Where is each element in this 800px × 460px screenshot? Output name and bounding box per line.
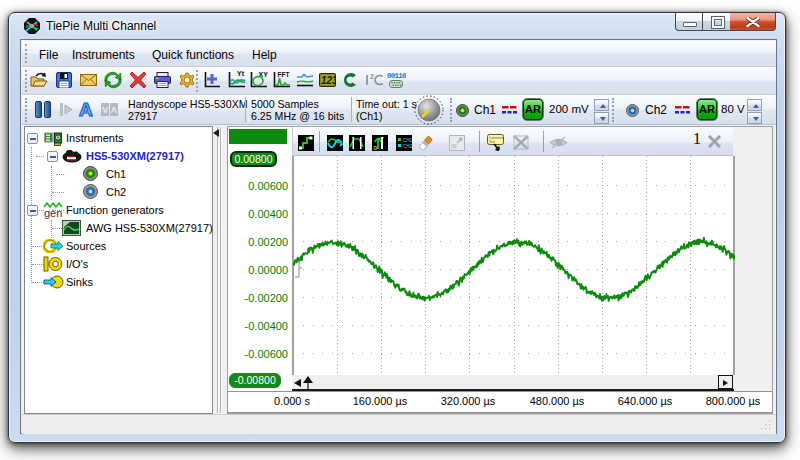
svg-text:Yt: Yt (237, 70, 245, 77)
svg-text:00110: 00110 (387, 72, 406, 80)
svg-text:Text: Text (489, 140, 495, 144)
svg-text:Λ: Λ (111, 105, 117, 115)
svg-text:2: 2 (370, 73, 374, 80)
svg-text:123: 123 (321, 75, 336, 86)
svg-text:CH2: CH2 (403, 144, 412, 149)
svg-text:FFT: FFT (278, 71, 290, 78)
svg-text:CH1: CH1 (403, 138, 412, 143)
svg-text:V: V (102, 105, 108, 115)
svg-text:gen: gen (44, 207, 62, 219)
